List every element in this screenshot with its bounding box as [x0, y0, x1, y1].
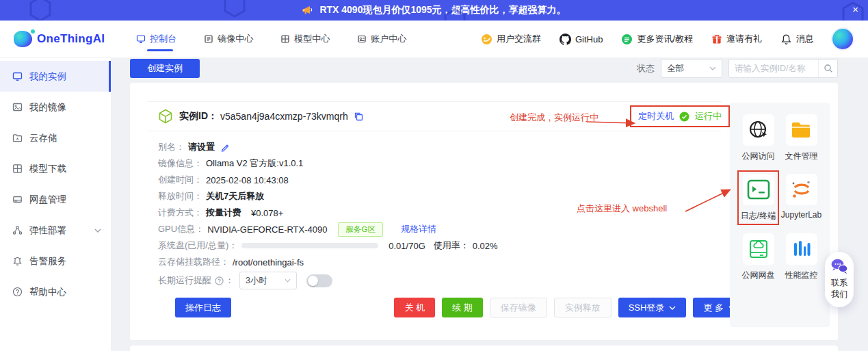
sidebar-item-label: 云存储 — [29, 132, 57, 144]
instance-actions-row: 操作日志 关 机 续 期 保存镜像 实例释放 SSH登录 更 多 — [164, 298, 739, 317]
messages-link[interactable]: 消息 — [780, 33, 814, 45]
help-center-icon — [12, 287, 23, 297]
sidebar: 我的实例 我的镜像 云存储 模型下载 网盘管理 弹性部署 — [0, 58, 111, 351]
sidebar-item-label: 模型下载 — [29, 163, 66, 175]
sidebar-item-my-images[interactable]: 我的镜像 — [0, 92, 111, 122]
tab-console[interactable]: 控制台 — [136, 21, 176, 57]
chevron-down-icon — [669, 306, 676, 310]
copy-icon[interactable] — [354, 112, 363, 121]
usage-rate-value: 0.02% — [473, 241, 498, 251]
run-reminder-colon: ： — [225, 274, 234, 287]
github-link[interactable]: GitHub — [560, 34, 603, 45]
tile-performance-monitor[interactable]: 性能监控 — [785, 233, 818, 281]
tile-public-access[interactable]: 公网访问 — [742, 114, 775, 162]
chevron-down-icon — [94, 229, 101, 233]
instance-card: 实例ID： v5a5an4j9a4cxmzp-73kvmqrh 定时关机 运行中… — [130, 83, 838, 340]
invite-link[interactable]: 邀请有礼 — [711, 33, 762, 45]
alias-value: 请设置 — [188, 141, 215, 153]
jupyter-icon — [786, 174, 817, 205]
tab-label: 镜像中心 — [218, 33, 253, 45]
renew-button[interactable]: 续 期 — [442, 298, 483, 317]
mount-path-label: 云存储挂载路径： — [158, 256, 229, 268]
app-window: RTX 4090现包月价仅1095元，超高性价比，享超强算力。 × OneThi… — [0, 0, 868, 351]
logo[interactable]: OneThingAI — [14, 31, 105, 47]
sidebar-item-label: 我的实例 — [29, 70, 66, 83]
instance-id-value: v5a5an4j9a4cxmzp-73kvmqrh — [220, 111, 348, 122]
search-input[interactable] — [729, 64, 818, 73]
sidebar-item-disk-management[interactable]: 网盘管理 — [0, 184, 111, 215]
reminder-toggle[interactable] — [306, 274, 332, 287]
save-image-button: 保存镜像 — [490, 298, 547, 317]
promo-banner: RTX 4090现包月价仅1095元，超高性价比，享超强算力。 × — [0, 0, 868, 21]
link-label: 消息 — [796, 33, 814, 45]
tile-log-terminal[interactable]: 日志/终端 — [741, 174, 776, 222]
sidebar-item-cloud-storage[interactable]: 云存储 — [0, 122, 111, 153]
shutdown-button[interactable]: 关 机 — [394, 298, 435, 317]
megaphone-icon — [302, 5, 314, 16]
reminder-interval-select[interactable]: 3小时 — [239, 272, 297, 289]
disk-management-icon — [12, 194, 23, 205]
tab-image-center[interactable]: 镜像中心 — [204, 21, 253, 57]
image-info-label: 镜像信息： — [158, 157, 202, 170]
chevron-down-icon — [285, 278, 291, 283]
tile-jupyterlab[interactable]: JupyterLab — [781, 174, 821, 222]
resources-link[interactable]: 更多资讯/教程 — [621, 33, 693, 45]
community-link[interactable]: 用户交流群 — [481, 33, 541, 45]
tab-label: 模型中心 — [294, 33, 330, 45]
operation-log-button[interactable]: 操作日志 — [175, 298, 231, 317]
terminal-icon — [743, 174, 774, 205]
quick-access-panel: 公网访问 文件管理 日志/终端 JupyterLab — [730, 103, 830, 327]
github-icon — [560, 34, 571, 45]
sidebar-item-help-center[interactable]: 帮助中心 — [0, 276, 111, 307]
spec-detail-link[interactable]: 规格详情 — [401, 223, 436, 235]
image-info-row: 镜像信息： Ollama V2 官方版:v1.0.1 — [158, 155, 722, 172]
primary-nav: 控制台 镜像中心 模型中心 账户中心 — [136, 21, 406, 57]
sidebar-item-label: 帮助中心 — [29, 286, 66, 298]
link-label: GitHub — [575, 34, 603, 44]
tile-label: 日志/终端 — [741, 210, 776, 222]
ssh-login-button[interactable]: SSH登录 — [618, 298, 687, 317]
edit-alias-icon[interactable] — [220, 142, 230, 152]
avatar[interactable] — [832, 29, 853, 49]
release-time-label: 释放时间： — [158, 190, 202, 203]
link-label: 更多资讯/教程 — [637, 33, 693, 45]
instance-id-row: 实例ID： v5a5an4j9a4cxmzp-73kvmqrh 定时关机 运行中 — [147, 101, 722, 131]
alias-row: 别名： 请设置 — [158, 139, 722, 155]
instance-toolbar: 创建实例 状态 全部 — [130, 58, 838, 83]
tile-public-netdisk[interactable]: 公网网盘 — [742, 233, 775, 281]
created-time-label: 创建时间： — [158, 174, 202, 186]
sidebar-item-elastic-deploy[interactable]: 弹性部署 — [0, 215, 111, 246]
close-icon[interactable]: × — [852, 3, 858, 16]
sidebar-item-label: 我的镜像 — [29, 101, 66, 114]
disk-usage-progressbar — [241, 243, 378, 248]
search-icon[interactable] — [818, 60, 837, 77]
scheduled-shutdown-link[interactable]: 定时关机 — [638, 110, 674, 122]
ssh-login-label: SSH登录 — [629, 302, 665, 314]
tab-label: 控制台 — [150, 33, 176, 45]
sidebar-item-model-download[interactable]: 模型下载 — [0, 153, 111, 184]
contact-us-widget[interactable]: 联系 我们 — [825, 252, 854, 307]
chevron-down-icon — [709, 66, 716, 70]
tab-model-center[interactable]: 模型中心 — [280, 21, 330, 57]
globe-icon — [743, 114, 774, 146]
model-download-icon — [12, 164, 23, 174]
mount-path-value: /root/onethingai-fs — [233, 257, 304, 268]
sidebar-item-alert-service[interactable]: 告警服务 — [0, 246, 111, 276]
netdisk-icon — [743, 233, 774, 265]
sidebar-item-my-instances[interactable]: 我的实例 — [0, 61, 111, 92]
status-filter-label: 状态 — [637, 62, 655, 75]
topbar-links: 用户交流群 GitHub 更多资讯/教程 邀请有礼 消息 — [481, 29, 853, 49]
console-icon — [136, 34, 146, 44]
status-filter-select[interactable]: 全部 — [661, 59, 722, 78]
elastic-deploy-icon — [12, 225, 23, 235]
create-instance-button[interactable]: 创建实例 — [130, 59, 200, 78]
gpu-info-value: NVIDIA-GEFORCE-RTX-4090 — [207, 224, 327, 235]
help-circle-icon — [215, 276, 224, 285]
tab-account-center[interactable]: 账户中心 — [357, 21, 406, 57]
tile-file-manager[interactable]: 文件管理 — [785, 114, 818, 162]
monitor-bars-icon — [786, 233, 817, 265]
instance-cube-icon — [158, 109, 173, 124]
instance-id-label: 实例ID： — [179, 110, 218, 122]
link-label: 邀请有礼 — [726, 33, 762, 45]
status-highlight-box: 定时关机 运行中 — [630, 105, 730, 127]
